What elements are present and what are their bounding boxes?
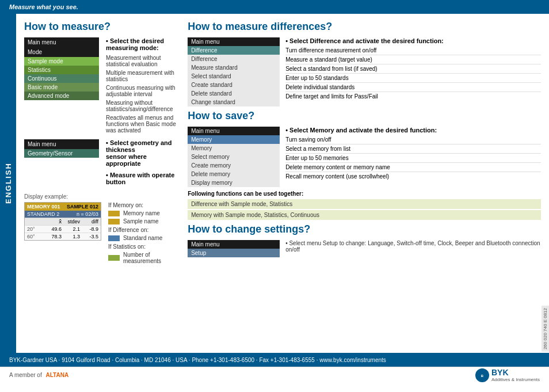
- diff-menu-select-std: Select standard: [188, 72, 280, 81]
- diff-menu-section: Main menu Difference Difference Measure …: [188, 37, 541, 106]
- byk-name-block: BYK Additives & Instruments: [491, 368, 540, 382]
- following-item-1: Difference with Sample mode, Statistics: [188, 199, 541, 209]
- ds-val-60-x: 78.3: [43, 234, 62, 239]
- legend-text-sample: Sample name: [123, 218, 159, 224]
- diff-desc-1: Turn difference measurement on/off: [285, 46, 541, 55]
- geometry-descriptions: • Select geometry and thicknesssensor wh…: [106, 139, 176, 188]
- svg-text:B: B: [481, 374, 484, 378]
- operate-desc: • Measure with operate button: [106, 172, 176, 185]
- page-num-text: 260 020 740 E 0812: [543, 308, 548, 349]
- desc-statistics: Multiple measurement with statistics: [106, 68, 176, 83]
- ds-data-row-2: 60° 78.3 1.3 -3.5: [25, 233, 101, 240]
- settings-section-title: How to change settings?: [188, 223, 541, 235]
- diff-desc-4: Enter up to 50 standards: [285, 74, 541, 83]
- save-descriptions: • Select Memory and activate the desired…: [285, 127, 541, 181]
- following-block: Following functions can be used together…: [188, 191, 541, 220]
- legend-num-measurements: Number of measurements: [108, 252, 176, 264]
- settings-menu-main: Main menu: [188, 240, 280, 249]
- save-menu-memory2: Memory: [188, 144, 280, 153]
- legend: If Memory on: Memory name Sample name If…: [108, 202, 176, 266]
- diff-menu-measure-std: Measure standard: [188, 63, 280, 72]
- legend-if-difference: If Difference on:: [108, 227, 176, 233]
- settings-menu-list: Main menu Setup: [188, 240, 280, 257]
- byk-sub-text: Additives & Instruments: [491, 377, 540, 382]
- ds-header-angle: [27, 219, 43, 224]
- menu-geometry: Geometry/Sensor: [24, 149, 99, 158]
- menu-sample-mode: Sample mode: [24, 57, 99, 66]
- ds-val-60-stdev: 1.3: [62, 234, 80, 239]
- diff-menu-change-std: Change standard: [188, 98, 280, 106]
- legend-if-memory: If Memory on:: [108, 202, 176, 208]
- desc-advanced-mode: Reactivates all menus and functions when…: [106, 113, 176, 135]
- legend-color-stats: [108, 255, 120, 261]
- legend-text-stats: Number of measurements: [123, 252, 176, 264]
- page-number: 260 020 740 E 0812: [542, 306, 549, 352]
- diff-desc-2: Measure a standard (target value): [285, 55, 541, 64]
- altana-text: ALTANA: [45, 372, 68, 378]
- ds-data-row-1: 20° 49.6 2.1 -8.9: [25, 225, 101, 233]
- settings-descriptions: • Select menu Setup to change: Language,…: [285, 240, 541, 253]
- ds-val-20-x: 49.6: [43, 226, 62, 232]
- byk-main-text: BYK: [491, 368, 540, 377]
- banner-text: Measure what you see.: [9, 3, 78, 10]
- ds-header-stdev: stdev: [62, 219, 80, 224]
- menu-basic-mode: Basic mode: [24, 83, 99, 92]
- ds-angle-60: 60°: [27, 234, 43, 239]
- desc-sample-mode: Measurement without statistical evaluati…: [106, 54, 176, 68]
- display-example-title: Display example:: [24, 193, 176, 200]
- settings-menu-section: Main menu Setup • Select menu Setup to c…: [188, 240, 541, 257]
- legend-text-memory: Memory name: [123, 210, 160, 216]
- member-text: A member of: [9, 372, 42, 378]
- save-desc-5: Recall memory content (use scrollwheel): [285, 172, 541, 181]
- desc-continuous: Continuous measuring with adjustable int…: [106, 83, 176, 98]
- footer-text: BYK-Gardner USA · 9104 Guiford Road · Co…: [9, 357, 386, 363]
- top-banner: Measure what you see.: [0, 0, 549, 14]
- diff-menu-main: Main menu: [188, 37, 280, 46]
- diff-menu-difference: Difference: [188, 46, 280, 55]
- save-menu-main: Main menu: [188, 127, 280, 135]
- menu-main-menu: Main menu: [24, 37, 99, 47]
- menu-advanced-mode: Advanced mode: [24, 92, 99, 100]
- save-desc-1: Turn saving on/off: [285, 135, 541, 144]
- diff-menu-diff2: Difference: [188, 55, 280, 63]
- save-menu-select-mem: Select memory: [188, 153, 280, 161]
- geometry-desc-title: • Select geometry and thicknesssensor wh…: [106, 139, 176, 167]
- footer: BYK-Gardner USA · 9104 Guiford Road · Co…: [0, 353, 549, 367]
- diff-descriptions: • Select Difference and activate the des…: [285, 37, 541, 101]
- ds-mem: MEMORY 001: [25, 203, 63, 211]
- geometry-menu-section: Main menu Geometry/Sensor • Select geome…: [24, 139, 176, 188]
- english-label: ENGLISH: [0, 14, 16, 353]
- legend-text-standard: Standard name: [123, 235, 162, 241]
- ds-header-x: x̄: [43, 219, 62, 224]
- right-column: How to measure differences? Main menu Di…: [188, 21, 541, 348]
- diff-desc-3: Select a standard from list (if saved): [285, 64, 541, 74]
- byk-circle-icon: B: [475, 368, 489, 382]
- ds-angle-20: 20°: [27, 226, 43, 232]
- save-menu-memory: Memory: [188, 135, 280, 144]
- legend-color-memory: [108, 211, 120, 216]
- save-menu-list: Main menu Memory Memory Select memory Cr…: [188, 127, 280, 187]
- diff-menu-delete-std: Delete standard: [188, 89, 280, 98]
- ds-val-20-diff: -8.9: [80, 226, 98, 232]
- ds-header-diff: diff: [80, 219, 98, 224]
- legend-color-standard: [108, 235, 120, 241]
- diff-section-title: How to measure differences?: [188, 21, 541, 33]
- legend-sample-name: Sample name: [108, 218, 176, 224]
- mode-menu-section: Main menu Mode Sample mode Statistics Co…: [24, 37, 176, 135]
- ds-std: STANDARD 2: [27, 211, 77, 217]
- save-desc-3: Enter up to 50 memories: [285, 154, 541, 163]
- mode-desc-title: • Select the desired measuring mode:: [106, 37, 176, 51]
- diff-menu-list: Main menu Difference Difference Measure …: [188, 37, 280, 106]
- left-section-title: How to measure?: [24, 21, 176, 33]
- diff-desc-5: Delete individual standards: [285, 83, 541, 92]
- settings-select-text: • Select menu Setup to change: Language,…: [285, 240, 541, 253]
- menu-mode: Mode: [24, 47, 99, 57]
- geometry-menu-list: Main menu Geometry/Sensor: [24, 139, 99, 158]
- altana-logo: B BYK Additives & Instruments: [475, 368, 540, 382]
- menu-main-menu-2: Main menu: [24, 139, 99, 149]
- save-desc-4: Delete memory content or memory name: [285, 163, 541, 172]
- ds-n: n = 02/03: [77, 211, 98, 217]
- byk-logo-svg: B: [478, 371, 487, 380]
- legend-color-sample: [108, 219, 120, 224]
- settings-menu-setup: Setup: [188, 249, 280, 257]
